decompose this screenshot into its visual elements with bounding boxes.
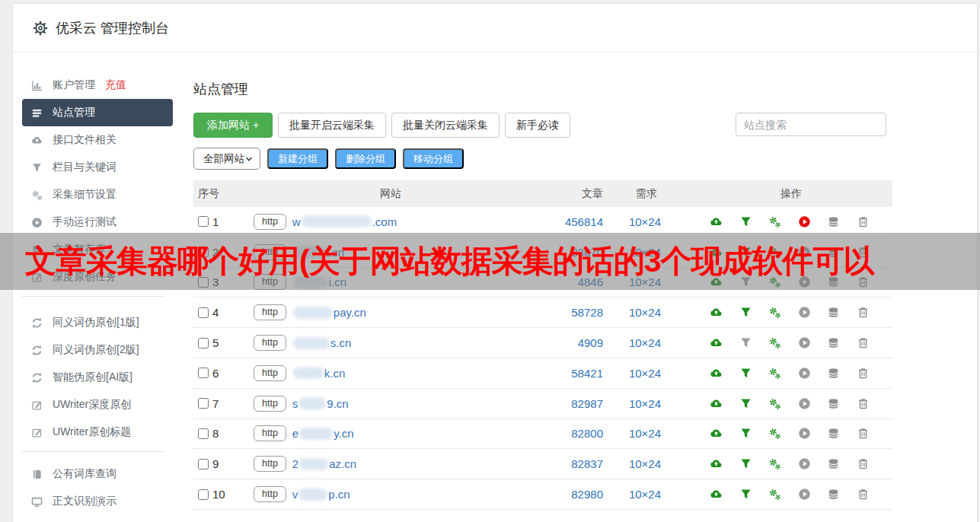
- demand-value[interactable]: 10×24: [603, 397, 687, 410]
- trash-icon[interactable]: [857, 427, 870, 440]
- funnel-icon[interactable]: [739, 336, 752, 349]
- sidebar-item-deep-original-tasks[interactable]: 深度原创任务: [13, 263, 184, 291]
- play-icon[interactable]: [798, 488, 811, 501]
- row-checkbox[interactable]: [198, 338, 209, 349]
- play-icon[interactable]: [798, 397, 811, 410]
- http-protocol-badge[interactable]: http: [254, 365, 286, 381]
- cloud-upload-icon[interactable]: [710, 488, 723, 501]
- gears-icon[interactable]: [768, 275, 781, 288]
- play-icon[interactable]: [798, 246, 811, 259]
- http-protocol-badge[interactable]: http: [254, 396, 286, 412]
- trash-icon[interactable]: [857, 488, 870, 501]
- sidebar-item-uwriter-title[interactable]: UWriter原创标题: [13, 419, 184, 446]
- play-icon[interactable]: [798, 457, 811, 470]
- funnel-icon[interactable]: [739, 397, 752, 410]
- article-count[interactable]: 82980: [535, 488, 603, 501]
- beginner-guide-button[interactable]: 新手必读: [505, 113, 570, 138]
- gears-icon[interactable]: [768, 488, 781, 501]
- funnel-icon[interactable]: [739, 457, 752, 470]
- article-count[interactable]: 58728: [535, 306, 603, 319]
- row-checkbox[interactable]: [198, 459, 209, 469]
- site-search-input[interactable]: [736, 113, 886, 136]
- database-icon[interactable]: [827, 306, 840, 319]
- sidebar-item-sites[interactable]: 站点管理: [22, 99, 173, 126]
- play-icon[interactable]: [798, 367, 811, 380]
- gears-icon[interactable]: [768, 306, 781, 319]
- http-protocol-badge[interactable]: http: [254, 486, 286, 502]
- play-icon[interactable]: [798, 336, 811, 349]
- http-protocol-badge[interactable]: http: [254, 274, 286, 290]
- cloud-upload-icon[interactable]: [710, 457, 723, 470]
- site-domain[interactable]: k.cn: [292, 367, 346, 380]
- trash-icon[interactable]: [857, 275, 870, 288]
- sidebar-item-columns-keywords[interactable]: 栏目与关键词: [13, 154, 184, 181]
- article-count[interactable]: 82987: [535, 397, 603, 410]
- sidebar-item-manual-test[interactable]: 手动运行测试: [13, 208, 184, 236]
- row-checkbox[interactable]: [198, 398, 209, 409]
- recharge-link[interactable]: 充值: [105, 78, 126, 92]
- play-icon[interactable]: [798, 215, 811, 228]
- article-count[interactable]: 4846: [535, 275, 603, 288]
- database-icon[interactable]: [827, 246, 840, 259]
- batch-enable-cloud-button[interactable]: 批量开启云端采集: [278, 113, 386, 138]
- demand-value[interactable]: 10×24: [603, 427, 687, 440]
- gears-icon[interactable]: [768, 215, 781, 228]
- site-domain[interactable]: vp.cn: [292, 488, 350, 501]
- sidebar-item-synonym-1[interactable]: 同义词伪原创[1版]: [13, 309, 184, 336]
- cloud-upload-icon[interactable]: [710, 397, 723, 410]
- site-domain[interactable]: 2az.cn: [292, 457, 356, 470]
- new-group-button[interactable]: 新建分组: [267, 148, 328, 169]
- gears-icon[interactable]: [768, 367, 781, 380]
- cloud-upload-icon[interactable]: [710, 246, 723, 259]
- sidebar-item-content-recognition-demo[interactable]: 正文识别演示: [13, 488, 184, 515]
- article-count[interactable]: 4909: [535, 336, 603, 349]
- gears-icon[interactable]: [768, 427, 781, 440]
- site-domain[interactable]: i.cn: [292, 275, 346, 288]
- demand-value[interactable]: 10×24: [603, 367, 687, 380]
- site-domain[interactable]: t.cn: [292, 246, 344, 259]
- delete-group-button[interactable]: 删除分组: [335, 148, 396, 169]
- cloud-upload-icon[interactable]: [710, 215, 723, 228]
- demand-value[interactable]: 10×24: [603, 215, 687, 228]
- article-count[interactable]: 82837: [535, 457, 603, 470]
- funnel-icon[interactable]: [739, 427, 752, 440]
- sidebar-item-collection-settings[interactable]: 采集细节设置: [13, 181, 184, 208]
- cloud-upload-icon[interactable]: [710, 275, 723, 288]
- group-filter-select[interactable]: 全部网站: [193, 148, 260, 170]
- http-protocol-badge[interactable]: http: [254, 214, 286, 230]
- sidebar-item-public-thesaurus[interactable]: 公有词库查询: [13, 460, 184, 488]
- article-count[interactable]: 456814: [535, 215, 603, 228]
- trash-icon[interactable]: [857, 336, 870, 349]
- cloud-upload-icon[interactable]: [710, 336, 723, 349]
- row-checkbox[interactable]: [198, 368, 209, 378]
- gears-icon[interactable]: [768, 397, 781, 410]
- funnel-icon[interactable]: [739, 488, 752, 501]
- trash-icon[interactable]: [857, 397, 870, 410]
- site-domain[interactable]: w.com: [292, 215, 397, 228]
- site-domain[interactable]: s9.cn: [292, 397, 349, 410]
- http-protocol-badge[interactable]: http: [254, 425, 286, 441]
- row-checkbox[interactable]: [198, 277, 209, 288]
- article-count[interactable]: 58421: [535, 367, 603, 380]
- trash-icon[interactable]: [857, 306, 870, 319]
- sidebar-item-account[interactable]: 账户管理 充值: [13, 72, 184, 99]
- sidebar-item-ai-rewrite[interactable]: 智能伪原创[AI版]: [13, 364, 184, 391]
- http-protocol-badge[interactable]: http: [254, 456, 286, 472]
- database-icon[interactable]: [827, 488, 840, 501]
- site-domain[interactable]: s.cn: [292, 336, 352, 349]
- demand-value[interactable]: 10×24: [603, 457, 687, 470]
- site-domain[interactable]: ey.cn: [292, 427, 354, 440]
- database-icon[interactable]: [827, 367, 840, 380]
- row-checkbox[interactable]: [198, 428, 209, 439]
- funnel-icon[interactable]: [739, 246, 752, 259]
- row-checkbox[interactable]: [198, 247, 209, 257]
- row-checkbox[interactable]: [198, 307, 209, 318]
- trash-icon[interactable]: [857, 215, 870, 228]
- play-icon[interactable]: [798, 306, 811, 319]
- gears-icon[interactable]: [768, 336, 781, 349]
- trash-icon[interactable]: [857, 246, 870, 259]
- database-icon[interactable]: [827, 397, 840, 410]
- batch-disable-cloud-button[interactable]: 批量关闭云端采集: [391, 113, 500, 138]
- play-icon[interactable]: [798, 427, 811, 440]
- play-icon[interactable]: [798, 275, 811, 288]
